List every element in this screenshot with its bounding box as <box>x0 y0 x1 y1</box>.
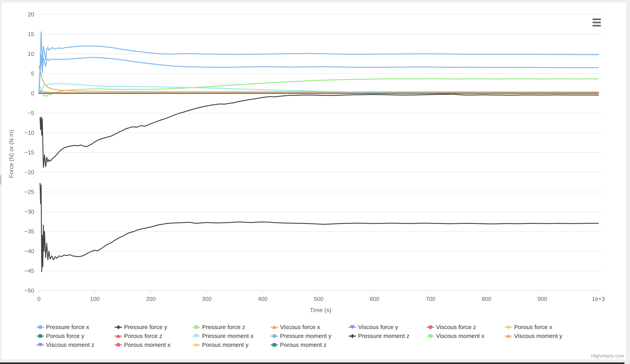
chart-context-menu-button[interactable] <box>592 18 602 27</box>
circle-marker-icon <box>270 333 278 340</box>
hamburger-icon <box>592 22 601 23</box>
highcharts-credits-link[interactable]: Highcharts.com <box>591 353 624 359</box>
diamond-marker-icon <box>504 324 512 331</box>
square-marker-icon <box>192 324 200 331</box>
y-axis-title: Force (N) or (N m) <box>8 130 14 178</box>
legend-label: Pressure force x <box>46 324 89 331</box>
legend-item-viscous-moment-x[interactable]: Viscous moment x <box>426 333 484 340</box>
x-tick-label: 500 <box>314 296 323 302</box>
legend-label: Viscous moment z <box>46 342 94 348</box>
triangle-marker-icon <box>270 324 278 331</box>
y-tick-label: −5 <box>28 110 34 116</box>
y-tick-label: 10 <box>28 51 34 57</box>
triangle-marker-icon <box>504 333 512 340</box>
square-marker-icon <box>270 341 278 349</box>
legend-item-porous-force-x[interactable]: Porous force x <box>504 324 552 331</box>
x-tick-label: 200 <box>146 296 156 302</box>
x-tick-label: 300 <box>202 296 212 302</box>
square-marker-icon <box>426 333 434 340</box>
hamburger-icon <box>592 25 601 26</box>
y-tick-label: −10 <box>24 130 34 136</box>
y-tick-label: −30 <box>24 209 34 215</box>
y-tick-label: −35 <box>24 228 34 235</box>
legend-item-porous-moment-y[interactable]: Porous moment y <box>192 341 248 349</box>
legend-item-viscous-force-x[interactable]: Viscous force x <box>270 324 320 331</box>
circle-marker-icon <box>36 324 44 331</box>
legend-label: Porous moment z <box>280 342 326 348</box>
y-tick-label: 5 <box>31 70 34 77</box>
legend-label: Porous moment x <box>124 342 170 348</box>
legend-label: Viscous moment y <box>514 333 562 339</box>
legend-item-porous-force-y[interactable]: Porous force y <box>36 333 84 340</box>
triangle-down-marker-icon <box>36 341 44 349</box>
y-tick-label: 0 <box>31 90 34 96</box>
legend-label: Pressure moment y <box>280 333 332 339</box>
square-marker-icon <box>36 333 44 340</box>
legend-item-viscous-moment-y[interactable]: Viscous moment y <box>504 333 562 340</box>
legend-label: Viscous force z <box>436 324 476 331</box>
legend-label: Viscous force y <box>358 324 398 331</box>
legend-label: Pressure force y <box>124 324 167 331</box>
y-tick-label: 15 <box>28 31 34 37</box>
circle-marker-icon <box>426 324 434 331</box>
legend-label: Porous force z <box>124 333 162 339</box>
diamond-marker-icon <box>348 333 356 340</box>
triangle-down-marker-icon <box>192 333 200 340</box>
legend-item-pressure-force-z[interactable]: Pressure force z <box>192 324 245 331</box>
bottom-taskbar-edge <box>0 363 624 364</box>
diamond-marker-icon <box>192 341 200 349</box>
x-tick-label: 0 <box>37 296 40 302</box>
triangle-down-marker-icon <box>348 324 356 331</box>
legend-item-viscous-moment-z[interactable]: Viscous moment z <box>36 341 94 349</box>
legend-item-viscous-force-z[interactable]: Viscous force z <box>426 324 476 331</box>
legend-item-pressure-moment-y[interactable]: Pressure moment y <box>270 333 332 340</box>
series-line-pressure-force-x[interactable] <box>39 32 598 92</box>
legend-label: Porous moment y <box>202 342 248 348</box>
x-tick-label: 400 <box>258 296 268 302</box>
y-tick-label: −50 <box>24 288 34 294</box>
x-tick-label: 900 <box>538 296 547 302</box>
x-tick-label: 700 <box>426 296 435 302</box>
legend-label: Pressure moment x <box>202 333 254 339</box>
legend-item-pressure-force-y[interactable]: Pressure force y <box>114 324 167 331</box>
y-tick-label: −20 <box>24 169 34 175</box>
y-tick-label: −40 <box>24 248 34 254</box>
legend-item-porous-moment-x[interactable]: Porous moment x <box>114 341 170 349</box>
x-tick-label: 800 <box>482 296 491 302</box>
legend-label: Pressure force z <box>202 324 245 331</box>
y-tick-label: −15 <box>24 149 34 156</box>
triangle-marker-icon <box>114 333 122 340</box>
legend-label: Porous force x <box>514 324 552 331</box>
x-axis-title: Time (s) <box>310 307 332 314</box>
series-line-pressure-moment-z[interactable] <box>40 94 598 167</box>
legend-item-pressure-moment-z[interactable]: Pressure moment z <box>348 333 410 340</box>
hamburger-icon <box>592 18 601 20</box>
legend-item-pressure-moment-x[interactable]: Pressure moment x <box>192 333 254 340</box>
y-tick-label: −25 <box>24 189 34 195</box>
diamond-marker-icon <box>114 324 122 331</box>
y-tick-label: −45 <box>24 268 34 274</box>
series-line-pressure-force-y[interactable] <box>40 183 598 272</box>
legend-label: Viscous force x <box>280 324 320 331</box>
scrollbar-thumb[interactable] <box>0 175 1 185</box>
legend-item-porous-force-z[interactable]: Porous force z <box>114 333 162 340</box>
legend-label: Porous force y <box>46 333 84 339</box>
legend-label: Viscous moment x <box>436 333 484 339</box>
legend-item-pressure-force-x[interactable]: Pressure force x <box>36 324 89 331</box>
legend-label: Pressure moment z <box>358 333 410 339</box>
y-tick-label: 20 <box>28 11 34 17</box>
legend-item-viscous-force-y[interactable]: Viscous force y <box>348 324 398 331</box>
x-tick-label: 600 <box>370 296 380 302</box>
x-tick-label: 1e+3 <box>592 296 605 302</box>
x-tick-label: 100 <box>90 296 100 302</box>
circle-marker-icon <box>114 341 122 349</box>
legend-item-porous-moment-z[interactable]: Porous moment z <box>270 341 326 349</box>
